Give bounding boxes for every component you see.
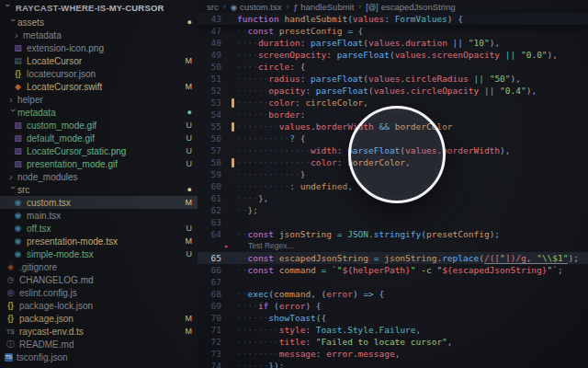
regex-link-segment[interactable]: : <box>295 98 305 108</box>
sidebar-folder-helper[interactable]: ›helper <box>0 93 198 106</box>
sidebar-file-readme-md[interactable]: ⓘREADME.md <box>0 338 198 351</box>
regex-link-segment[interactable]: /([ <box>484 253 500 264</box>
regex-link-segment[interactable]: : <box>300 38 311 48</box>
code-token: || <box>505 50 515 60</box>
regex-link-segment[interactable]: : <box>300 74 311 84</box>
code-token: = <box>374 253 384 263</box>
regex-link-segment[interactable]: ({ <box>316 313 326 323</box>
regex-link-segment[interactable]: : <box>289 62 300 72</box>
sidebar-file-eslint-config-js[interactable]: ◎eslint.config.js <box>0 286 198 299</box>
sidebar-file-package-json[interactable]: {}package.jsonM <box>0 312 198 325</box>
regex-link-segment[interactable]: ); <box>568 253 578 263</box>
regex-link-segment[interactable]: ) <box>353 289 363 299</box>
regex-link-segment[interactable]: "\\$1" <box>537 253 568 264</box>
regex-link-segment[interactable]: : <box>305 325 315 335</box>
git-untracked-badge: U <box>187 224 193 233</box>
sidebar-file-locatecursor-static-png[interactable]: ▨LocateCursor_static.pngU <box>0 144 198 157</box>
react-file-icon: ◉ <box>12 199 24 207</box>
regex-link-segment[interactable]: : <box>305 86 315 96</box>
regex-link-segment[interactable]: ) <box>305 301 315 311</box>
sidebar-file-extension-icon-png[interactable]: ▨extension-icon.png <box>0 41 198 54</box>
breadcrumb-item-custom.tsx[interactable]: ◉custom.tsx <box>231 2 282 12</box>
sidebar-folder-metadata[interactable]: ›metadata● <box>0 106 198 119</box>
code-token: ? <box>289 133 300 144</box>
regex-link-segment[interactable]: { <box>316 301 322 311</box>
regex-link-segment[interactable]: ) <box>447 14 458 24</box>
sidebar-file-simple-mode-tsx[interactable]: ◉simple-mode.tsxU <box>0 247 198 260</box>
sidebar-file-presentation-mode-gif[interactable]: ▨presentation_mode.gifU <box>0 157 198 170</box>
code-line-51: 51······radius: parseFloat(values.circle… <box>198 73 588 85</box>
sidebar-file-off-tsx[interactable]: ◉off.tsxU <box>0 222 198 235</box>
regex-link-segment[interactable]: { <box>300 62 306 72</box>
sidebar-file-main-tsx[interactable]: ◉main.tsx <box>0 209 198 222</box>
git-modified-badge: M <box>186 236 193 246</box>
regex-link-segment[interactable]: " <box>500 253 505 264</box>
regex-link-segment[interactable]: ), <box>548 50 558 60</box>
regex-link-segment[interactable]: { <box>458 14 463 24</box>
regex-link-segment[interactable]: ; <box>558 265 563 275</box>
sidebar-file--gitignore[interactable]: ◈.gitignore <box>0 260 198 273</box>
regex-link-segment[interactable]: { <box>358 26 364 36</box>
sidebar-file-presentation-mode-tsx[interactable]: ◉presentation-mode.tsxM <box>0 235 198 247</box>
regex-link-segment[interactable]: , <box>416 325 422 335</box>
sidebar-file-default-mode-gif[interactable]: ▨default_mode.gifU <box>0 132 198 144</box>
regex-link-segment[interactable]: : <box>337 145 347 155</box>
sidebar-file-locatecursor-json[interactable]: {}locatecursor.json <box>0 67 198 80</box>
regex-link-segment[interactable]: }); <box>268 361 284 368</box>
react-file-icon: ◉ <box>12 237 24 246</box>
whitespace-dots: ···· <box>237 193 258 203</box>
explorer-root-folder[interactable]: › RAYCAST-WHERE-IS-MY-CURSOR <box>0 0 198 16</box>
regex-link-segment[interactable]: , <box>347 181 353 191</box>
whitespace-dots: ···· <box>237 50 258 60</box>
code-token: = <box>347 26 357 36</box>
regex-link-segment[interactable]: , <box>447 337 453 347</box>
breadcrumb-item-escapedJsonString[interactable]: [@]escapedJsonString <box>366 2 455 12</box>
regex-link-segment[interactable]: , <box>526 253 537 264</box>
file-label: src <box>17 185 29 195</box>
regex-link-segment[interactable]: : <box>305 337 315 347</box>
regex-link-segment[interactable]: , <box>311 289 321 299</box>
file-explorer-sidebar[interactable]: › RAYCAST-WHERE-IS-MY-CURSOR ›assets●›me… <box>0 0 198 368</box>
regex-link-segment[interactable]: ])/g <box>505 253 526 264</box>
regex-link-segment[interactable]: } <box>300 169 306 179</box>
file-label: main.tsx <box>27 211 61 221</box>
regex-link-segment[interactable]: : <box>316 349 326 359</box>
breadcrumb-item-src[interactable]: src <box>207 2 219 12</box>
sidebar-folder-metadata[interactable]: ›metadata <box>0 29 198 41</box>
regex-link-segment[interactable]: }; <box>247 205 257 215</box>
sidebar-folder-node-modules[interactable]: ›node_modules <box>0 170 198 183</box>
regex-link-segment[interactable]: ), <box>511 74 521 84</box>
code-token: exec <box>247 289 268 299</box>
regex-link-segment[interactable]: { <box>379 289 385 299</box>
regex-link-segment[interactable]: ), <box>526 86 537 96</box>
codelens-test-regex-link[interactable]: Test Regex... <box>248 240 294 252</box>
line-text: ······opacity: parseFloat(values.circleO… <box>237 85 537 97</box>
regex-link-segment[interactable]: { <box>300 133 306 144</box>
sidebar-file-package-lock-json[interactable]: {}package-lock.json <box>0 299 198 312</box>
sidebar-folder-src[interactable]: ›src● <box>0 183 198 196</box>
sidebar-folder-assets[interactable]: ›assets● <box>0 16 198 29</box>
regex-link-segment[interactable]: , <box>363 98 368 108</box>
sidebar-file-locatecursor-swift[interactable]: ◆LocateCursor.swiftM <box>0 80 198 93</box>
regex-link-segment[interactable]: : <box>337 157 347 167</box>
sidebar-file-changelog-md[interactable]: ◷CHANGELOG.md <box>0 273 198 286</box>
code-token: parseFloat <box>311 38 363 48</box>
regex-link-segment[interactable]: }, <box>258 193 268 203</box>
code-token: undefined <box>300 181 347 191</box>
regex-link-segment[interactable]: ), <box>490 38 500 48</box>
regex-link-segment[interactable]: ); <box>490 229 500 239</box>
sidebar-file-custom-tsx[interactable]: ◉custom.tsxM <box>0 196 198 209</box>
regex-link-segment[interactable]: ), <box>500 145 510 155</box>
code-token: parseFloat <box>337 50 390 60</box>
sticky-scroll-line[interactable]: 43function handleSubmit(values: FormValu… <box>198 13 588 25</box>
regex-link-segment[interactable]: , <box>395 349 401 359</box>
sidebar-file-raycast-env-d-ts[interactable]: TSraycast-env.d.tsM <box>0 325 198 338</box>
regex-link-segment[interactable]: : <box>300 109 306 120</box>
sidebar-file-custom-mode-gif[interactable]: ▨custom_mode.gifU <box>0 119 198 132</box>
sidebar-file-locatecursor[interactable]: ▤LocateCursorM <box>0 54 198 67</box>
sidebar-file-tsconfig-json[interactable]: TStsconfig.json <box>0 351 198 363</box>
regex-link-segment[interactable]: : <box>384 14 394 24</box>
breadcrumb-item-handleSubmit[interactable]: ƒhandleSubmit <box>294 2 355 12</box>
vscode-window: › RAYCAST-WHERE-IS-MY-CURSOR ›assets●›me… <box>0 0 588 368</box>
regex-link-segment[interactable]: : <box>326 50 336 60</box>
